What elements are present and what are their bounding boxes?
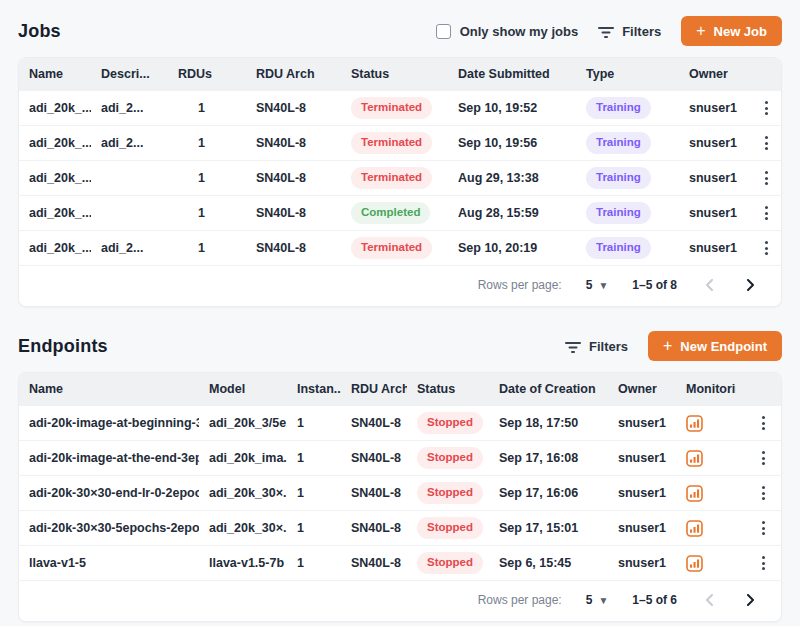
table-row[interactable]: adi_20k_... adi_2... 1 SN40L-8 Terminate… — [19, 125, 781, 160]
status-badge: Stopped — [417, 447, 483, 468]
table-row[interactable]: adi_20k_... adi_2... 1 SN40L-8 Terminate… — [19, 230, 781, 265]
endpoints-col-owner: Owner — [608, 373, 676, 405]
jobs-pagination: Rows per page: 5 ▼ 1–5 of 8 — [19, 265, 781, 306]
endpoints-pagination: Rows per page: 5 ▼ 1–5 of 6 — [19, 580, 781, 621]
row-menu-kebab-icon[interactable] — [758, 447, 769, 469]
type-badge: Training — [586, 237, 651, 258]
row-menu-kebab-icon[interactable] — [761, 167, 772, 189]
rows-per-page-select[interactable]: 5 ▼ — [586, 278, 609, 292]
cell-instances: 1 — [287, 521, 341, 535]
jobs-col-rdus: RDUs — [168, 58, 246, 90]
type-badge: Training — [586, 132, 651, 153]
new-endpoint-button[interactable]: + New Endpoint — [648, 331, 782, 361]
table-row[interactable]: adi-20k-30×30-5epochs-2epoc... adi_20k_3… — [19, 510, 781, 545]
cell-instances: 1 — [287, 416, 341, 430]
cell-instances: 1 — [287, 556, 341, 570]
jobs-table-header: Name Descri... RDUs RDU Arch Status Date… — [19, 58, 781, 90]
endpoints-section: Endpoints Filters + New Endpoint Name Mo… — [18, 331, 782, 622]
status-badge: Stopped — [417, 482, 483, 503]
cell-date: Aug 29, 13:38 — [448, 171, 576, 185]
cell-name: adi-20k-30×30-end-lr-0-2epoch... — [19, 486, 199, 500]
cell-rdus: 1 — [168, 101, 246, 115]
cell-name: llava-v1-5 — [19, 556, 199, 570]
cell-rdus: 1 — [168, 171, 246, 185]
table-row[interactable]: adi-20k-image-at-beginning-3e... adi_20k… — [19, 405, 781, 440]
endpoints-col-monitoring: Monitoring — [676, 373, 736, 405]
row-menu-kebab-icon[interactable] — [758, 482, 769, 504]
plus-icon: + — [696, 23, 705, 39]
endpoints-table: Name Model Instan... RDU Arch Status Dat… — [18, 372, 782, 622]
cell-instances: 1 — [287, 451, 341, 465]
new-job-button[interactable]: + New Job — [681, 16, 782, 46]
table-row[interactable]: adi-20k-30×30-end-lr-0-2epoch... adi_20k… — [19, 475, 781, 510]
endpoints-filters-button[interactable]: Filters — [565, 339, 628, 354]
pagination-prev-button[interactable] — [701, 592, 718, 608]
only-show-my-jobs-checkbox[interactable] — [436, 24, 451, 39]
cell-model: adi_20k_3/5e... — [199, 416, 287, 430]
table-row[interactable]: llava-v1-5 llava-v1.5-7b 1 SN40L-8 Stopp… — [19, 545, 781, 580]
table-row[interactable]: adi-20k-image-at-the-end-3epo... adi_20k… — [19, 440, 781, 475]
filter-lines-icon — [598, 24, 614, 38]
row-menu-kebab-icon[interactable] — [758, 517, 769, 539]
rows-per-page-value: 5 — [586, 593, 593, 607]
endpoints-controls: Filters + New Endpoint — [565, 331, 782, 361]
cell-arch: SN40L-8 — [341, 556, 407, 570]
jobs-col-actions — [761, 65, 781, 83]
status-badge: Stopped — [417, 517, 483, 538]
jobs-filters-label: Filters — [622, 24, 661, 39]
row-menu-kebab-icon[interactable] — [761, 237, 772, 259]
endpoints-col-instances: Instan... — [287, 373, 341, 405]
monitoring-chart-icon[interactable] — [686, 555, 703, 572]
cell-owner: snuser1 — [608, 556, 676, 570]
cell-date: Sep 17, 16:08 — [489, 451, 608, 465]
table-row[interactable]: adi_20k_... adi_2... 1 SN40L-8 Terminate… — [19, 90, 781, 125]
endpoints-col-status: Status — [407, 373, 489, 405]
monitoring-chart-icon[interactable] — [686, 520, 703, 537]
cell-arch: SN40L-8 — [246, 101, 341, 115]
jobs-filters-button[interactable]: Filters — [598, 24, 661, 39]
monitoring-chart-icon[interactable] — [686, 485, 703, 502]
jobs-col-arch: RDU Arch — [246, 58, 341, 90]
chevron-left-icon — [705, 279, 714, 291]
endpoints-filters-label: Filters — [589, 339, 628, 354]
chevron-left-icon — [705, 594, 714, 606]
cell-rdus: 1 — [168, 136, 246, 150]
table-row[interactable]: adi_20k_... 1 SN40L-8 Terminated Aug 29,… — [19, 160, 781, 195]
endpoints-table-header: Name Model Instan... RDU Arch Status Dat… — [19, 373, 781, 405]
pagination-prev-button[interactable] — [701, 277, 718, 293]
rows-per-page-label: Rows per page: — [478, 593, 562, 607]
table-row[interactable]: adi_20k_... 1 SN40L-8 Completed Aug 28, … — [19, 195, 781, 230]
row-menu-kebab-icon[interactable] — [758, 552, 769, 574]
cell-description: adi_2... — [91, 136, 168, 150]
filter-lines-icon — [565, 339, 581, 353]
cell-model: llava-v1.5-7b — [199, 556, 287, 570]
status-badge: Completed — [351, 202, 430, 223]
row-menu-kebab-icon[interactable] — [758, 412, 769, 434]
jobs-section-header: Jobs Only show my jobs Filters + New Job — [18, 16, 782, 46]
only-show-my-jobs-toggle[interactable]: Only show my jobs — [436, 24, 578, 39]
monitoring-chart-icon[interactable] — [686, 450, 703, 467]
cell-arch: SN40L-8 — [246, 171, 341, 185]
pagination-next-button[interactable] — [742, 277, 759, 293]
endpoints-col-arch: RDU Arch — [341, 373, 407, 405]
row-menu-kebab-icon[interactable] — [761, 132, 772, 154]
cell-owner: snuser1 — [679, 171, 761, 185]
cell-arch: SN40L-8 — [246, 136, 341, 150]
cell-arch: SN40L-8 — [341, 451, 407, 465]
cell-date: Sep 10, 20:19 — [448, 241, 576, 255]
cell-arch: SN40L-8 — [341, 416, 407, 430]
jobs-table: Name Descri... RDUs RDU Arch Status Date… — [18, 57, 782, 307]
row-menu-kebab-icon[interactable] — [761, 97, 772, 119]
rows-per-page-select[interactable]: 5 ▼ — [586, 593, 609, 607]
cell-date: Sep 10, 19:56 — [448, 136, 576, 150]
monitoring-chart-icon[interactable] — [686, 415, 703, 432]
jobs-col-date: Date Submitted — [448, 58, 576, 90]
cell-model: adi_20k_ima... — [199, 451, 287, 465]
pagination-next-button[interactable] — [742, 592, 759, 608]
cell-name: adi_20k_... — [19, 101, 91, 115]
jobs-col-owner: Owner — [679, 58, 761, 90]
endpoints-section-header: Endpoints Filters + New Endpoint — [18, 331, 782, 361]
cell-name: adi_20k_... — [19, 171, 91, 185]
cell-name: adi-20k-30×30-5epochs-2epoc... — [19, 521, 199, 535]
row-menu-kebab-icon[interactable] — [761, 202, 772, 224]
